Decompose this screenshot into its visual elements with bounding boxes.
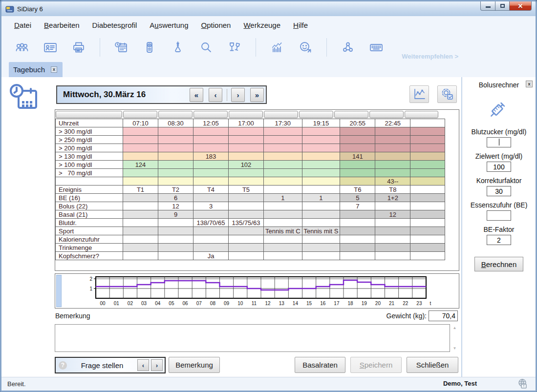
diary-glucose-cell[interactable] — [229, 136, 264, 144]
menu-item-auswertung[interactable]: Auswertung — [148, 20, 190, 30]
diary-entry-cell[interactable] — [410, 210, 445, 219]
toolbar-button-keyboard[interactable] — [368, 40, 384, 55]
diary-entry-cell[interactable] — [410, 235, 445, 244]
diary-glucose-cell[interactable] — [264, 152, 302, 161]
diary-entry-cell[interactable] — [229, 227, 264, 235]
diary-entry-cell[interactable] — [229, 210, 264, 219]
diary-glucose-cell[interactable] — [193, 177, 229, 186]
diary-entry-cell[interactable] — [340, 244, 375, 252]
diary-entry-cell[interactable] — [302, 252, 340, 260]
tab-tagebuch[interactable]: Tagebuch x — [9, 62, 63, 77]
diary-entry-cell[interactable]: T4 — [193, 186, 229, 194]
diary-entry-cell[interactable] — [264, 244, 302, 252]
diary-glucose-cell[interactable] — [375, 136, 410, 144]
toolbar-button-search[interactable] — [198, 40, 214, 55]
diary-glucose-cell[interactable] — [410, 152, 445, 161]
diary-entry-cell[interactable] — [302, 219, 340, 227]
diary-time-header[interactable]: 08:30 — [158, 119, 193, 127]
diary-entry-cell[interactable]: 12 — [375, 210, 410, 219]
diary-glucose-cell[interactable] — [264, 169, 302, 177]
diary-glucose-cell[interactable] — [340, 169, 375, 177]
korrekturfaktor-input[interactable] — [487, 186, 511, 196]
diary-glucose-cell[interactable] — [229, 169, 264, 177]
diary-glucose-cell[interactable] — [229, 152, 264, 161]
diary-entry-cell[interactable] — [158, 252, 193, 260]
diary-time-header[interactable]: 20:55 — [340, 119, 375, 127]
diary-entry-cell[interactable] — [123, 210, 158, 219]
notification-icon[interactable] — [517, 378, 529, 392]
diary-glucose-cell[interactable] — [193, 161, 229, 169]
diary-glucose-cell[interactable] — [264, 127, 302, 136]
diary-glucose-cell[interactable] — [193, 127, 229, 136]
column-header-button[interactable] — [264, 111, 298, 118]
diary-entry-cell[interactable] — [302, 235, 340, 244]
diary-entry-cell[interactable] — [158, 244, 193, 252]
maximize-button[interactable] — [495, 1, 509, 11]
diary-entry-cell[interactable]: 1 — [302, 194, 340, 202]
settings-button[interactable] — [437, 85, 457, 103]
diary-glucose-cell[interactable] — [340, 136, 375, 144]
trend-graph-button[interactable] — [409, 85, 429, 103]
bolus-close-icon[interactable]: x — [526, 81, 533, 87]
diary-entry-cell[interactable]: T6 — [340, 186, 375, 194]
zielwert-input[interactable] — [487, 162, 511, 172]
column-header-button[interactable] — [299, 111, 333, 118]
diary-entry-cell[interactable] — [302, 202, 340, 210]
diary-glucose-cell[interactable] — [123, 144, 158, 152]
diary-glucose-cell[interactable] — [123, 169, 158, 177]
diary-glucose-cell[interactable] — [375, 169, 410, 177]
diary-entry-cell[interactable] — [302, 244, 340, 252]
diary-glucose-cell[interactable] — [410, 169, 445, 177]
diary-time-header[interactable] — [410, 119, 445, 127]
diary-entry-cell[interactable]: 1+2 — [375, 194, 410, 202]
nav-prev-day-button[interactable]: ‹ — [209, 88, 222, 102]
diary-entry-cell[interactable] — [410, 227, 445, 235]
diary-entry-cell[interactable] — [123, 235, 158, 244]
diary-glucose-cell[interactable] — [375, 144, 410, 152]
ask-next-button[interactable]: › — [151, 359, 163, 371]
diary-time-header[interactable]: 17:30 — [264, 119, 302, 127]
diary-glucose-cell[interactable] — [410, 161, 445, 169]
diary-entry-cell[interactable] — [158, 219, 193, 227]
diary-glucose-cell[interactable] — [375, 152, 410, 161]
diary-entry-cell[interactable] — [193, 244, 229, 252]
diary-entry-cell[interactable]: Tennis mit C — [264, 227, 302, 235]
diary-entry-cell[interactable] — [410, 194, 445, 202]
essenszufuhr-input[interactable] — [487, 210, 511, 221]
nav-last-day-button[interactable]: » — [250, 88, 264, 102]
weight-input[interactable] — [429, 310, 458, 321]
diary-glucose-cell[interactable] — [302, 169, 340, 177]
diary-entry-cell[interactable]: 138/70/65 — [193, 219, 229, 227]
diary-time-header[interactable]: 07:10 — [123, 119, 158, 127]
diary-entry-cell[interactable] — [264, 252, 302, 260]
remark-textarea[interactable] — [55, 324, 450, 352]
diary-glucose-cell[interactable] — [158, 152, 193, 161]
diary-glucose-cell[interactable] — [410, 144, 445, 152]
diary-glucose-cell[interactable] — [264, 136, 302, 144]
diary-entry-cell[interactable]: T2 — [158, 186, 193, 194]
diary-entry-cell[interactable]: 9 — [158, 210, 193, 219]
diary-glucose-cell[interactable]: 183 — [193, 152, 229, 161]
diary-entry-cell[interactable] — [193, 227, 229, 235]
diary-glucose-cell[interactable] — [340, 144, 375, 152]
diary-entry-cell[interactable]: 7 — [340, 202, 375, 210]
diary-glucose-cell[interactable] — [375, 161, 410, 169]
recommend-link[interactable]: Weiterempfehlen > — [402, 53, 458, 60]
menu-item-bearbeiten[interactable]: Bearbeiten — [42, 20, 82, 30]
diary-time-header[interactable]: 12:05 — [193, 119, 229, 127]
diary-entry-cell[interactable] — [340, 252, 375, 260]
diary-entry-cell[interactable] — [123, 219, 158, 227]
menu-item-optionen[interactable]: Optionen — [199, 20, 233, 30]
tab-close-icon[interactable]: x — [51, 66, 57, 73]
diary-glucose-cell[interactable]: 124 — [123, 161, 158, 169]
diary-entry-cell[interactable] — [375, 227, 410, 235]
diary-glucose-cell[interactable] — [193, 136, 229, 144]
diary-entry-cell[interactable] — [158, 227, 193, 235]
diary-entry-cell[interactable] — [375, 244, 410, 252]
diary-entry-cell[interactable] — [123, 194, 158, 202]
toolbar-button-meter[interactable] — [142, 40, 157, 55]
column-header-button[interactable] — [56, 111, 122, 118]
diary-entry-cell[interactable] — [229, 252, 264, 260]
diary-entry-cell[interactable] — [158, 235, 193, 244]
diary-entry-cell[interactable] — [229, 235, 264, 244]
